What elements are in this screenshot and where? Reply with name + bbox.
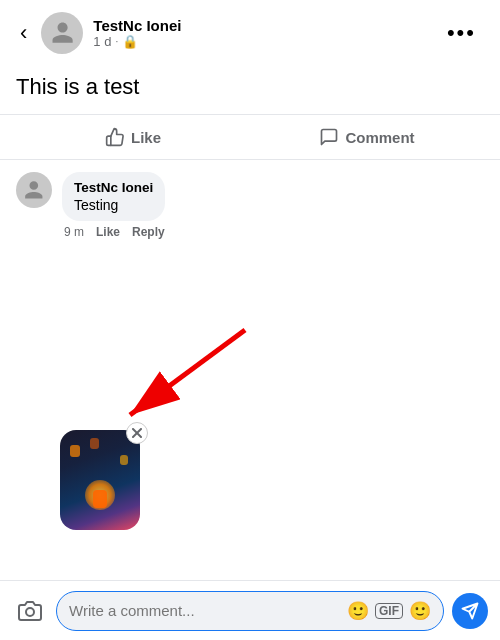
comment-author: TestNc Ionei bbox=[74, 180, 153, 195]
send-button[interactable] bbox=[452, 593, 488, 629]
action-bar: Like Comment bbox=[0, 115, 500, 160]
post-meta: 1 d · 🔒 bbox=[93, 34, 429, 49]
comment-like-button[interactable]: Like bbox=[96, 225, 120, 239]
gif-button[interactable]: GIF bbox=[375, 603, 403, 619]
author-avatar bbox=[41, 12, 83, 54]
like-icon bbox=[105, 127, 125, 147]
comment-avatar bbox=[16, 172, 52, 208]
author-info: TestNc Ionei 1 d · 🔒 bbox=[93, 17, 429, 49]
camera-button[interactable] bbox=[12, 593, 48, 629]
attachment-remove-button[interactable] bbox=[126, 422, 148, 444]
post-time: 1 d bbox=[93, 34, 111, 49]
emoji-button[interactable]: 🙂 bbox=[409, 600, 431, 622]
comment-button[interactable]: Comment bbox=[250, 119, 484, 155]
comments-section: TestNc Ionei Testing 9 m Like Reply bbox=[0, 160, 500, 251]
attachment-container bbox=[60, 430, 140, 530]
comment-time: 9 m bbox=[64, 225, 84, 239]
close-icon bbox=[132, 428, 142, 438]
attachment-image bbox=[60, 430, 140, 530]
camera-icon bbox=[18, 599, 42, 623]
send-icon bbox=[461, 602, 479, 620]
attachment-area bbox=[60, 430, 140, 530]
svg-line-1 bbox=[130, 330, 245, 415]
post-header: ‹ TestNc Ionei 1 d · 🔒 ••• bbox=[0, 0, 500, 66]
comment-input-wrap: 🙂 GIF 🙂 bbox=[56, 591, 444, 631]
svg-point-4 bbox=[26, 608, 34, 616]
lantern-body bbox=[93, 490, 107, 508]
comment-row: TestNc Ionei Testing 9 m Like Reply bbox=[16, 172, 484, 239]
emoji-sticker-button[interactable]: 🙂 bbox=[347, 600, 369, 622]
more-options-button[interactable]: ••• bbox=[439, 16, 484, 50]
post-content: This is a test bbox=[0, 66, 500, 114]
comment-input-bar: 🙂 GIF 🙂 bbox=[0, 580, 500, 640]
back-button[interactable]: ‹ bbox=[16, 16, 31, 50]
comment-bubble: TestNc Ionei Testing bbox=[62, 172, 165, 221]
meta-dot: · bbox=[115, 36, 118, 47]
like-label: Like bbox=[131, 129, 161, 146]
comment-input[interactable] bbox=[69, 602, 341, 619]
arrow-annotation bbox=[60, 320, 260, 440]
like-button[interactable]: Like bbox=[16, 119, 250, 155]
comment-text: Testing bbox=[74, 197, 153, 213]
comment-actions: 9 m Like Reply bbox=[62, 225, 165, 239]
comment-reply-button[interactable]: Reply bbox=[132, 225, 165, 239]
privacy-icon: 🔒 bbox=[122, 34, 138, 49]
comment-label: Comment bbox=[345, 129, 414, 146]
author-name: TestNc Ionei bbox=[93, 17, 429, 34]
comment-icon bbox=[319, 127, 339, 147]
